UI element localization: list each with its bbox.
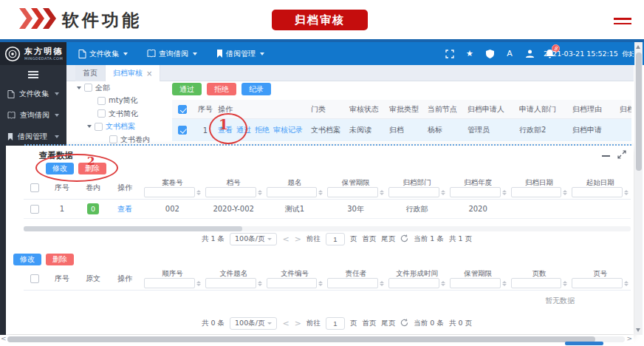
page-number-input[interactable] bbox=[326, 317, 345, 330]
page-size-select[interactable]: 100条/页 bbox=[230, 233, 277, 245]
filter-input[interactable] bbox=[267, 187, 318, 197]
sort-icon[interactable] bbox=[441, 190, 445, 195]
tree-checkbox[interactable] bbox=[95, 123, 103, 131]
scroll-left-icon[interactable]: < bbox=[1, 335, 7, 343]
tree-node-mty[interactable]: mty简化 bbox=[77, 95, 170, 108]
prev-page-button[interactable]: < bbox=[282, 234, 289, 244]
minimize-icon[interactable] bbox=[602, 155, 610, 157]
filter-input[interactable] bbox=[388, 278, 439, 288]
filter-input[interactable] bbox=[327, 187, 378, 197]
first-page-link[interactable]: 首页 bbox=[362, 319, 376, 328]
tree-checkbox[interactable] bbox=[97, 109, 106, 118]
sort-icon[interactable] bbox=[441, 281, 445, 286]
scroll-down-icon[interactable] bbox=[636, 328, 640, 332]
tab-home[interactable]: 首页 bbox=[75, 65, 106, 81]
filter-input[interactable] bbox=[144, 187, 195, 197]
edit-button[interactable]: 修改 bbox=[13, 254, 41, 265]
reject-button[interactable]: 拒绝 bbox=[207, 83, 236, 95]
expand-icon[interactable] bbox=[617, 150, 626, 160]
first-page-link[interactable]: 首页 bbox=[362, 234, 376, 244]
app-logo[interactable]: 东方明德 MINGDEDATA.COM bbox=[0, 42, 66, 65]
review-table-row[interactable]: 1 查看 通过 拒绝 审核记录 文书档案 未阅读 归档 杨标 管理员 行政部2 … bbox=[172, 119, 631, 141]
filter-input[interactable] bbox=[267, 278, 318, 288]
sort-ic on[interactable] bbox=[196, 281, 201, 286]
row-checkbox[interactable] bbox=[178, 126, 187, 135]
filter-input[interactable] bbox=[205, 278, 256, 288]
sort-icon[interactable] bbox=[563, 281, 567, 286]
record-button[interactable]: 纪录 bbox=[242, 83, 271, 95]
sort-icon[interactable] bbox=[196, 190, 201, 195]
last-page-link[interactable]: 尾页 bbox=[381, 319, 395, 328]
view-link[interactable]: 查看 bbox=[117, 204, 132, 214]
table-horizontal-scrollbar[interactable] bbox=[24, 226, 631, 231]
delete-button[interactable]: 删除 bbox=[46, 254, 74, 265]
sort-icon[interactable] bbox=[380, 281, 384, 286]
tree-checkbox[interactable] bbox=[109, 135, 117, 143]
sort-icon[interactable] bbox=[624, 281, 628, 286]
sort-icon[interactable] bbox=[624, 190, 628, 195]
sidebar-collapse-icon[interactable] bbox=[28, 71, 38, 78]
fullscreen-icon[interactable] bbox=[445, 49, 455, 59]
last-page-link[interactable]: 尾页 bbox=[381, 234, 395, 244]
font-size-icon[interactable]: A bbox=[504, 49, 515, 59]
user-icon[interactable] bbox=[524, 49, 535, 59]
page-size-select[interactable]: 100条/页 bbox=[230, 317, 277, 330]
tree-node-doc-archive[interactable]: 文书档案 bbox=[77, 121, 170, 134]
sort-icon[interactable] bbox=[318, 281, 323, 286]
filter-input[interactable] bbox=[572, 278, 623, 288]
filter-input[interactable] bbox=[450, 187, 501, 197]
header-greeting[interactable]: 你好 部门负责人 bbox=[622, 50, 634, 58]
page-number-input[interactable] bbox=[326, 233, 345, 245]
menu-item-file-collect[interactable]: 文件收集 bbox=[78, 49, 128, 59]
vertical-scrollbar[interactable] bbox=[634, 42, 643, 335]
shield-icon[interactable] bbox=[484, 49, 495, 59]
select-all-checkbox[interactable] bbox=[30, 183, 39, 192]
tree-expand-icon[interactable] bbox=[87, 125, 92, 128]
sort-icon[interactable] bbox=[502, 281, 507, 286]
tab-archive-review[interactable]: 归档审核 × bbox=[106, 65, 160, 81]
volume-table-row[interactable]: 1 0 查看 002 2020-Y-002 测试1 30年 行政部 2020 bbox=[24, 200, 631, 219]
sort-icon[interactable] bbox=[258, 281, 262, 286]
menu-item-borrow-manage[interactable]: 借阅管理 bbox=[216, 49, 264, 59]
review-record-link[interactable]: 审核记录 bbox=[273, 125, 303, 135]
tree-node-all[interactable]: 全部 bbox=[77, 81, 170, 95]
sidebar-item-file-collect[interactable]: 文件收集 bbox=[0, 84, 66, 105]
next-page-button[interactable]: > bbox=[295, 234, 301, 244]
menu-item-query-borrow[interactable]: 查询借阅 bbox=[147, 49, 197, 59]
tree-expand-icon[interactable] bbox=[77, 86, 81, 89]
star-icon[interactable]: ★ bbox=[465, 49, 475, 59]
approve-link[interactable]: 通过 bbox=[236, 125, 251, 135]
close-icon[interactable]: × bbox=[146, 69, 152, 78]
prev-page-button[interactable]: < bbox=[282, 319, 289, 328]
select-all-checkbox[interactable] bbox=[30, 274, 39, 283]
tree-checkbox[interactable] bbox=[84, 84, 92, 92]
tree-node-doc-simplified[interactable]: 文书简化 bbox=[77, 107, 170, 121]
sort-icon[interactable] bbox=[258, 190, 262, 195]
filter-input[interactable] bbox=[388, 187, 439, 197]
scrollbar-thumb[interactable] bbox=[24, 226, 242, 231]
tree-checkbox[interactable] bbox=[97, 97, 106, 105]
refresh-icon[interactable] bbox=[400, 319, 408, 328]
filter-input[interactable] bbox=[205, 187, 256, 197]
horizontal-scrollbar[interactable]: < > bbox=[0, 335, 634, 343]
filter-input[interactable] bbox=[144, 278, 195, 288]
approve-button[interactable]: 通过 bbox=[172, 83, 202, 95]
slide-menu-icon[interactable] bbox=[614, 18, 631, 27]
scrollbar-thumb[interactable] bbox=[636, 52, 642, 171]
sort-icon[interactable] bbox=[502, 190, 507, 195]
row-checkbox[interactable] bbox=[30, 205, 39, 214]
scrollbar-thumb[interactable] bbox=[7, 336, 595, 342]
edit-button[interactable]: 修改 bbox=[46, 163, 74, 174]
scroll-right-icon[interactable]: > bbox=[626, 335, 632, 343]
scroll-up-icon[interactable] bbox=[636, 45, 640, 49]
filter-input[interactable] bbox=[450, 278, 501, 288]
filter-input[interactable] bbox=[511, 278, 562, 288]
sort-icon[interactable] bbox=[563, 190, 567, 195]
refresh-icon[interactable] bbox=[400, 234, 408, 244]
sidebar-item-query-borrow[interactable]: 查询借阅 bbox=[0, 105, 66, 126]
filter-input[interactable] bbox=[572, 187, 623, 197]
filter-input[interactable] bbox=[511, 187, 562, 197]
sort-icon[interactable] bbox=[318, 190, 323, 195]
sort-icon[interactable] bbox=[380, 190, 384, 195]
reject-link[interactable]: 拒绝 bbox=[255, 125, 270, 135]
